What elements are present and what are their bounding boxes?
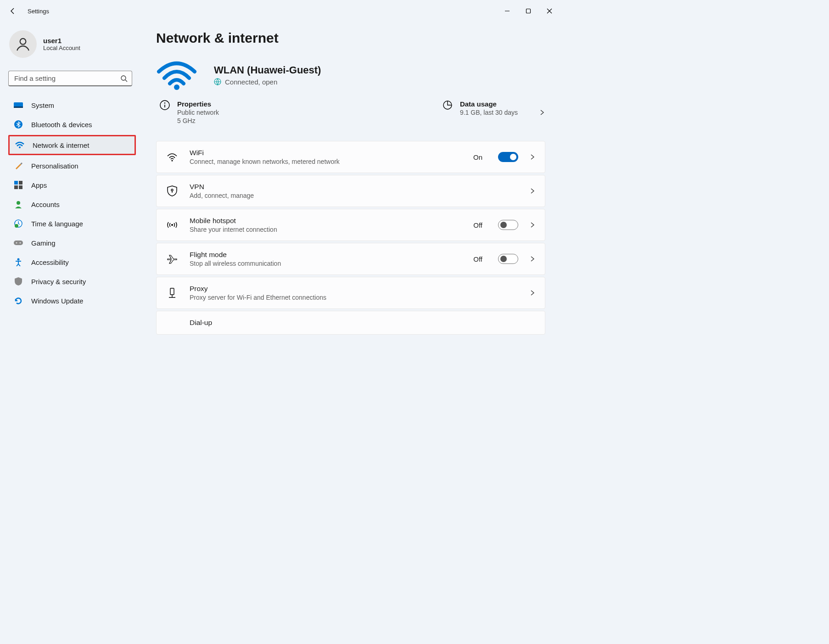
globe-icon (214, 78, 221, 85)
maximize-icon (526, 8, 531, 14)
maximize-button[interactable] (518, 4, 539, 18)
chevron-right-icon (529, 256, 536, 262)
card-title: Dial-up (190, 319, 536, 327)
card-sub: Proxy server for Wi-Fi and Ethernet conn… (190, 294, 518, 301)
toggle-label: On (473, 153, 482, 161)
card-sub: Stop all wireless communication (190, 260, 462, 267)
sidebar-item-gaming[interactable]: Gaming (8, 234, 136, 252)
sidebar-item-apps[interactable]: Apps (8, 176, 136, 194)
hotspot-toggle[interactable] (498, 220, 518, 230)
sidebar-item-time[interactable]: Time & language (8, 215, 136, 232)
properties-line2: 5 GHz (177, 117, 219, 124)
svg-rect-26 (170, 288, 174, 295)
search-icon (120, 75, 128, 82)
user-name: user1 (43, 37, 80, 45)
data-usage-line1: 9.1 GB, last 30 days (460, 109, 518, 116)
data-usage-block[interactable]: Data usage 9.1 GB, last 30 days (443, 100, 545, 124)
sidebar-item-system[interactable]: System (8, 96, 136, 114)
svg-point-13 (15, 224, 18, 228)
sidebar-item-label: Gaming (31, 239, 56, 247)
sidebar-item-label: Bluetooth & devices (31, 121, 92, 129)
card-sub: Share your internet connection (190, 226, 462, 233)
page-title: Network & internet (156, 30, 545, 46)
back-button[interactable] (4, 2, 22, 20)
card-proxy[interactable]: Proxy Proxy server for Wi-Fi and Etherne… (156, 277, 545, 309)
svg-point-15 (16, 242, 17, 244)
close-icon (547, 8, 552, 14)
sidebar-item-label: System (31, 101, 54, 109)
airplane-icon (166, 253, 179, 264)
user-block[interactable]: user1 Local Account (8, 28, 136, 67)
sidebar-item-label: Time & language (31, 220, 83, 228)
svg-point-18 (174, 84, 179, 90)
chevron-right-icon (539, 109, 545, 116)
accounts-icon (14, 200, 23, 209)
person-icon (15, 36, 31, 52)
chevron-right-icon (529, 222, 536, 228)
card-title: Proxy (190, 285, 518, 293)
card-dialup[interactable]: Dial-up (156, 311, 545, 335)
user-sub: Local Account (43, 45, 80, 51)
card-vpn[interactable]: VPN Add, connect, manage (156, 175, 545, 207)
sidebar-item-bluetooth[interactable]: Bluetooth & devices (8, 116, 136, 133)
sidebar-item-label: Personalisation (31, 162, 78, 170)
svg-rect-4 (14, 106, 23, 108)
sidebar-item-privacy[interactable]: Privacy & security (8, 273, 136, 290)
chart-icon (443, 100, 453, 110)
flight-toggle[interactable] (498, 254, 518, 264)
chevron-right-icon (529, 290, 536, 296)
chevron-right-icon (529, 154, 536, 160)
card-flight[interactable]: Flight mode Stop all wireless communicat… (156, 243, 545, 275)
properties-line1: Public network (177, 109, 219, 116)
properties-block[interactable]: Properties Public network 5 GHz (160, 100, 219, 124)
sidebar-item-update[interactable]: Windows Update (8, 292, 136, 309)
search-wrap (8, 71, 132, 86)
network-name: WLAN (Huawei-Guest) (214, 64, 321, 76)
minimize-icon (504, 8, 510, 14)
close-button[interactable] (539, 4, 560, 18)
card-title: WiFi (190, 149, 462, 157)
sidebar-item-label: Accessibility (31, 258, 69, 266)
sidebar-item-label: Accounts (31, 201, 60, 208)
card-title: VPN (190, 183, 518, 191)
svg-point-24 (171, 189, 173, 191)
sidebar-item-label: Apps (31, 181, 47, 189)
connection-status: Connected, open (225, 78, 277, 86)
info-row: Properties Public network 5 GHz Data usa… (156, 100, 545, 124)
card-title: Mobile hotspot (190, 217, 462, 225)
content: Network & internet WLAN (Huawei-Guest) C… (138, 22, 564, 438)
card-wifi[interactable]: WiFi Connect, manage known networks, met… (156, 141, 545, 173)
network-icon (15, 140, 24, 150)
proxy-icon (166, 287, 179, 298)
data-usage-title: Data usage (460, 100, 518, 108)
properties-title: Properties (177, 100, 219, 108)
clock-icon (14, 219, 23, 228)
svg-point-6 (19, 146, 21, 148)
svg-point-21 (164, 102, 165, 103)
sidebar-item-network[interactable]: Network & internet (8, 135, 136, 155)
svg-rect-14 (14, 241, 23, 245)
shield-icon (14, 277, 23, 286)
system-icon (14, 101, 23, 110)
sidebar-item-personalisation[interactable]: Personalisation (8, 157, 136, 174)
card-sub: Add, connect, manage (190, 192, 518, 199)
wifi-toggle[interactable] (498, 152, 518, 162)
svg-point-16 (20, 242, 21, 244)
sidebar-item-accounts[interactable]: Accounts (8, 196, 136, 213)
info-icon (160, 100, 170, 110)
svg-point-1 (20, 39, 26, 45)
svg-rect-7 (14, 181, 18, 185)
card-title: Flight mode (190, 251, 462, 259)
search-input[interactable] (8, 71, 132, 86)
arrow-left-icon (9, 7, 17, 15)
app-title: Settings (28, 8, 49, 15)
accessibility-icon (14, 258, 23, 267)
minimize-button[interactable] (497, 4, 518, 18)
toggle-label: Off (473, 221, 482, 229)
sidebar-item-accessibility[interactable]: Accessibility (8, 253, 136, 271)
card-hotspot[interactable]: Mobile hotspot Share your internet conne… (156, 209, 545, 241)
wifi-icon (156, 59, 197, 91)
sidebar-item-label: Privacy & security (31, 278, 86, 286)
svg-point-11 (17, 201, 20, 205)
card-sub: Connect, manage known networks, metered … (190, 158, 462, 165)
